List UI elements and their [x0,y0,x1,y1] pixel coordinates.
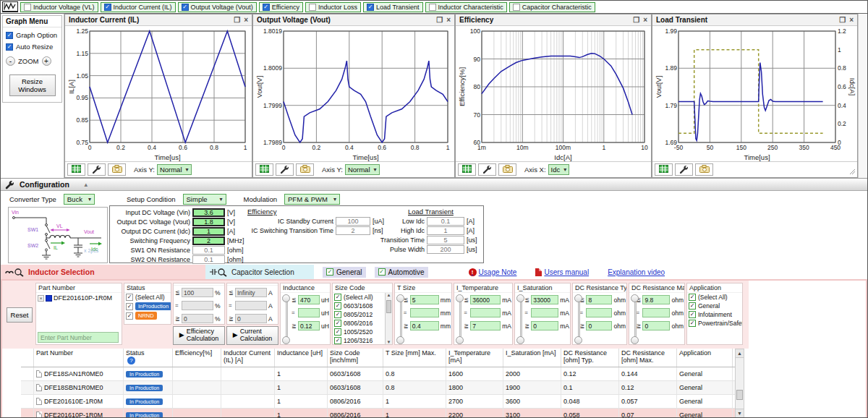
checkbox-icon[interactable]: ✓ [689,320,696,327]
axis-x-select[interactable]: Idc▾ [548,164,570,175]
snapshot-camera-button[interactable] [108,163,126,176]
param-input-input-dc-voltage-vin[interactable]: 3.6 [192,208,225,217]
tab-inductor-selection[interactable]: Inductor Selection [1,265,205,279]
resize-handle-icon[interactable] [849,169,856,176]
checkbox-icon[interactable]: ✓ [6,43,13,51]
topbar-toggle-efficiency[interactable]: ✓Efficiency [259,2,303,12]
param-input-output-dc-current-idc[interactable]: 1 [192,227,225,236]
table-scrollbar[interactable]: ▲ ▼ [735,349,744,418]
efficiency-max-input[interactable]: 100 [182,288,213,297]
checkbox-icon[interactable]: ✓ [326,268,333,276]
axis-y-select[interactable]: Normal▾ [345,164,380,175]
setup-condition-select[interactable]: Simple▾ [183,194,226,205]
dc-resistance-max-eq-input[interactable] [642,308,670,317]
efficiency-min-input[interactable]: 0 [182,314,213,323]
i-temperature-eq-input[interactable] [470,308,501,317]
graph-menu-option-auto-resize[interactable]: ✓Auto Resize [3,39,61,51]
param-input-sw1-on-resistance[interactable]: 0.1 [192,246,225,255]
checkbox-icon[interactable]: ✓ [689,294,696,301]
snapshot-camera-button[interactable] [498,163,516,176]
range-slider[interactable] [516,294,524,344]
list-option-general[interactable]: ✓General [687,302,742,310]
list-option-infotainment[interactable]: ✓Infotainment [687,310,742,319]
slider-handle-max[interactable] [456,294,464,302]
checkbox-icon[interactable]: ✓ [334,337,341,344]
scroll-up-icon[interactable]: ▲ [386,293,392,297]
document-icon[interactable] [36,384,42,391]
inductor-current-min-input[interactable]: 0 [235,314,267,323]
zoom-in-button[interactable]: + [42,56,51,66]
topbar-toggle-load-transient[interactable]: ✓Load Transient [363,2,423,12]
collapse-icon[interactable]: ▴ [85,182,88,188]
checkbox-icon[interactable] [429,4,436,11]
list-option-0806-2016[interactable]: ✓0806/2016 [333,319,392,328]
checkbox-icon[interactable] [513,4,520,11]
efficiency-eq-input[interactable] [182,301,213,310]
checkbox-icon[interactable]: ✓ [689,302,696,310]
scroll-down-icon[interactable]: ▼ [386,340,392,344]
maximize-icon[interactable]: ❐ [839,17,846,24]
status-option-select-all[interactable]: ✓(Select All) [124,293,171,302]
inductor-current-max-input[interactable]: Infinity [235,288,267,297]
dc-resistance-max-min-input[interactable]: 0 [642,321,670,330]
export-table-button[interactable] [655,163,673,176]
slider-handle-min[interactable] [396,336,404,344]
graph-menu-option-graph-option[interactable]: ✓Graph Option [3,27,61,39]
topbar-toggle-capacitor-characteristic[interactable]: Capacitor Characteristic [509,2,595,12]
param-input-ic-switching-transition-time[interactable]: 2 [336,226,370,235]
t-size-max-input[interactable]: 5 [410,295,439,304]
table-row-dfe201610p-1r0m[interactable]: DFE201610P-1R0MIn Production10806/201612… [21,409,744,418]
checkbox-icon[interactable]: ✓ [263,4,270,11]
remove-chip-icon[interactable]: × [38,295,44,302]
tab-capacitor-selection[interactable]: Capacitor Selection [205,265,314,279]
list-option-select-all[interactable]: ✓(Select All) [333,293,392,302]
list-option-1005-2520[interactable]: ✓1005/2520 [333,328,392,336]
axis-y-select[interactable]: Normal▾ [157,164,192,175]
export-table-button[interactable] [255,163,273,176]
topbar-toggle-inductor-loss[interactable]: Inductor Loss [305,2,361,12]
table-row-dfe18sbn1r0me0[interactable]: DFE18SBN1R0ME0In Production10603/16080.8… [21,381,744,395]
close-icon[interactable]: × [849,17,854,24]
slider-handle-min[interactable] [456,336,464,344]
checkbox-icon[interactable]: ✓ [378,268,386,276]
topbar-toggle-inductor-characteristic[interactable]: Inductor Characteristic [425,2,507,12]
converter-type-select[interactable]: Buck▾ [64,194,95,205]
link-usage-note[interactable]: !Usage Note [469,268,517,276]
tools-wrench-button[interactable] [675,163,693,176]
t-size-min-input[interactable]: 0.4 [410,321,439,330]
reset-button[interactable]: Reset [7,307,33,323]
list-scrollbar[interactable]: ▲▼ [385,293,392,344]
slider-handle-max[interactable] [516,294,524,302]
slider-handle-max[interactable] [396,294,404,302]
check-automotive[interactable]: ✓Automotive [375,267,428,278]
i-temperature-min-input[interactable]: 7 [470,321,501,330]
link-explanation-video[interactable]: Explanation video [608,268,665,276]
snapshot-camera-button[interactable] [296,163,314,176]
document-icon[interactable] [36,411,42,418]
close-icon[interactable]: × [643,17,647,24]
close-icon[interactable]: × [446,17,451,24]
range-slider[interactable] [456,294,463,344]
document-icon[interactable] [36,398,42,405]
range-slider[interactable] [631,294,635,344]
checkbox-icon[interactable]: ✓ [126,303,133,310]
resize-windows-button[interactable]: Resize Windows [9,74,56,96]
scrollbar-thumb[interactable] [736,390,743,400]
slider-handle-max[interactable] [282,294,290,302]
checkbox-icon[interactable] [24,4,31,11]
list-option-0603-1608[interactable]: ✓0603/1608 [333,302,392,310]
status-option-inproduction[interactable]: ✓InProduction [124,302,171,311]
close-icon[interactable]: × [244,17,248,24]
dc-resistance-typ-eq-input[interactable] [586,308,612,317]
maximize-icon[interactable]: ❐ [633,17,639,24]
part-number-input[interactable] [38,332,119,343]
topbar-toggle-inductor-voltage-vl[interactable]: Inductor Voltage (VL) [20,2,98,12]
i-saturation-min-input[interactable]: 0 [531,321,558,330]
export-table-button[interactable] [458,163,476,176]
help-icon[interactable]: ? [127,357,135,364]
param-input-switching-frequency[interactable]: 2 [192,236,225,245]
maximize-icon[interactable]: ❐ [234,17,240,24]
slider-handle-min[interactable] [282,336,290,344]
checkbox-icon[interactable]: ✓ [126,312,133,320]
snapshot-camera-button[interactable] [695,163,713,176]
